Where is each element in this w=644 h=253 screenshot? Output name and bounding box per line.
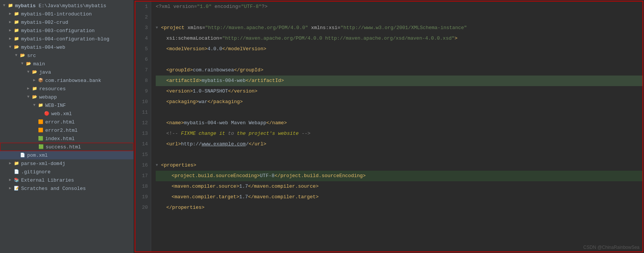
list-item[interactable]: ▶ 📁 resources bbox=[0, 85, 133, 93]
arrow: ▶ bbox=[8, 161, 13, 166]
arrow: ▶ bbox=[32, 78, 37, 83]
arrow bbox=[38, 111, 43, 116]
code-line-13: <!-- FIXME change it to the project's we… bbox=[156, 128, 642, 139]
code-line-8: <artifactId>mybatis-004-web</artifactId> bbox=[156, 76, 642, 86]
list-item[interactable]: ▶ 📦 com.rianbowsea.bank bbox=[0, 76, 133, 85]
item-label: webapp bbox=[39, 94, 57, 100]
arrow: ▶ bbox=[26, 86, 31, 91]
list-item[interactable]: ▼ 📂 main bbox=[0, 60, 133, 68]
external-libs-item[interactable]: ▶ 📚 External Libraries bbox=[0, 176, 133, 184]
list-item[interactable]: ▼ 📂 mybatis-004-web bbox=[0, 43, 133, 51]
item-label: index.html bbox=[45, 136, 75, 142]
arrow: ▼ bbox=[26, 69, 31, 75]
scratches-label: Scratches and Consoles bbox=[21, 186, 86, 191]
code-line-10: <packaging>war</packaging> bbox=[156, 97, 642, 107]
arrow bbox=[32, 128, 37, 133]
code-line-14: <url>http://www.example.com/</url> bbox=[156, 139, 642, 150]
code-line-20: </properties> bbox=[156, 202, 642, 213]
code-line-7: <groupId>com.rainbowsea</groupId> bbox=[156, 65, 642, 76]
item-label: External Libraries bbox=[21, 177, 74, 183]
list-item[interactable]: 🟩 index.html bbox=[0, 134, 133, 143]
item-label: resources bbox=[39, 86, 66, 92]
html-file-icon: 🟩 bbox=[38, 144, 44, 150]
folder-java-icon: 📂 bbox=[32, 69, 38, 75]
list-item[interactable]: ▶ 📁 mybatis-002-crud bbox=[0, 18, 133, 26]
success-html-item[interactable]: 🟩 success.html bbox=[0, 143, 133, 151]
arrow: ▶ bbox=[8, 28, 13, 33]
arrow: ▶ bbox=[8, 11, 13, 17]
list-item[interactable]: ▶ 📁 parse-xml-dom4j bbox=[0, 159, 133, 168]
scratches-icon: 📝 bbox=[14, 185, 20, 191]
html-file-icon: 🟧 bbox=[38, 119, 44, 125]
item-label: .gitignore bbox=[21, 169, 51, 175]
list-item[interactable]: ▼ 📂 src bbox=[0, 51, 133, 60]
arrow: ▼ bbox=[8, 45, 13, 50]
external-libs-icon: 📚 bbox=[14, 177, 20, 183]
item-label: java bbox=[39, 69, 51, 75]
list-item[interactable]: ▼ 📂 java bbox=[0, 68, 133, 76]
fold-arrow-16[interactable]: ▼ bbox=[156, 160, 161, 171]
item-label: error2.html bbox=[45, 128, 78, 133]
scratches-item[interactable]: ▶ 📝 Scratches and Consoles bbox=[0, 184, 133, 193]
list-item[interactable]: ▶ 📁 mybatis-001-introduction bbox=[0, 10, 133, 18]
editor-content: 1 2 3 4 5 6 7 8 9 10 11 12 13 14 15 16 1… bbox=[135, 1, 643, 252]
item-label: error.html bbox=[45, 119, 75, 125]
pom-file-icon: 📄 bbox=[20, 152, 26, 158]
root-arrow: ▼ bbox=[2, 3, 7, 8]
folder-icon: 📁 bbox=[14, 36, 20, 42]
folder-res-icon: 📁 bbox=[32, 86, 38, 92]
list-item[interactable]: 🔴 web.xml bbox=[0, 110, 133, 118]
root-folder-icon: 📁 bbox=[8, 3, 14, 9]
arrow: ▼ bbox=[20, 61, 25, 66]
pom-xml-item[interactable]: 📄 pom.xml bbox=[0, 151, 133, 159]
arrow: ▶ bbox=[8, 20, 13, 25]
arrow: ▶ bbox=[8, 186, 13, 191]
arrow: ▼ bbox=[26, 94, 31, 100]
arrow bbox=[32, 144, 37, 150]
item-label: mybatis-004-web bbox=[21, 45, 65, 50]
folder-icon: 📁 bbox=[14, 160, 20, 167]
item-label: WEB-INF bbox=[45, 103, 66, 108]
list-item[interactable]: ▶ 📁 mybatis-003-configuration bbox=[0, 26, 133, 35]
arrow: ▼ bbox=[32, 103, 37, 108]
folder-web-icon: 📂 bbox=[32, 94, 38, 100]
item-label: web.xml bbox=[51, 111, 72, 117]
code-line-9: <version>1.0-SNAPSHOT</version> bbox=[156, 86, 642, 97]
list-item[interactable]: 🟧 error2.html bbox=[0, 126, 133, 134]
folder-webinf-icon: 📁 bbox=[38, 102, 44, 108]
list-item[interactable]: ▼ 📂 webapp bbox=[0, 93, 133, 101]
code-line-6 bbox=[156, 54, 642, 65]
html-file-icon: 🟧 bbox=[38, 127, 44, 133]
item-label: mybatis-001-introduction bbox=[21, 11, 92, 17]
list-item[interactable]: ▶ 📁 mybatis-004-configuration-blog bbox=[0, 35, 133, 43]
arrow: ▶ bbox=[8, 36, 13, 42]
list-item[interactable]: 🟧 error.html bbox=[0, 118, 133, 126]
arrow bbox=[32, 119, 37, 125]
code-line-18: <maven.compiler.source>1.7</maven.compil… bbox=[156, 181, 642, 192]
item-label: parse-xml-dom4j bbox=[21, 161, 65, 167]
item-label: pom.xml bbox=[27, 153, 48, 158]
code-line-16: ▼ <properties> bbox=[156, 160, 642, 171]
sidebar: ▼ 📁 mybatis E:\Java\mybatis\mybatis ▶ 📁 … bbox=[0, 0, 134, 253]
code-line-11 bbox=[156, 107, 642, 118]
item-label: com.rianbowsea.bank bbox=[45, 78, 101, 83]
item-label: src bbox=[27, 53, 36, 59]
code-line-12: <name>mybatis-004-web Maven Webapp</name… bbox=[156, 118, 642, 128]
code-line-4: xsi:schemaLocation="http://maven.apache.… bbox=[156, 33, 642, 44]
fold-arrow-3[interactable]: ▼ bbox=[156, 23, 161, 33]
code-line-17: <project.build.sourceEncoding>UTF-8</pro… bbox=[156, 171, 642, 181]
list-item[interactable]: ▼ 📁 WEB-INF bbox=[0, 101, 133, 110]
arrow: ▶ bbox=[8, 177, 13, 183]
html-file-icon: 🟩 bbox=[38, 136, 44, 142]
list-item[interactable]: 📄 .gitignore bbox=[0, 168, 133, 176]
folder-icon: 📂 bbox=[26, 61, 32, 67]
root-label: mybatis E:\Java\mybatis\mybatis bbox=[15, 3, 106, 9]
file-tree[interactable]: ▼ 📁 mybatis E:\Java\mybatis\mybatis ▶ 📁 … bbox=[0, 0, 133, 253]
code-panel[interactable]: <?xml version="1.0" encoding="UTF-8"?> ▼… bbox=[151, 2, 642, 251]
code-line-1: <?xml version="1.0" encoding="UTF-8"?> bbox=[156, 2, 642, 12]
tree-root[interactable]: ▼ 📁 mybatis E:\Java\mybatis\mybatis bbox=[0, 2, 133, 10]
arrow bbox=[32, 136, 37, 141]
arrow: ▼ bbox=[14, 53, 19, 58]
package-icon: 📦 bbox=[38, 77, 44, 83]
item-label: main bbox=[33, 61, 45, 67]
